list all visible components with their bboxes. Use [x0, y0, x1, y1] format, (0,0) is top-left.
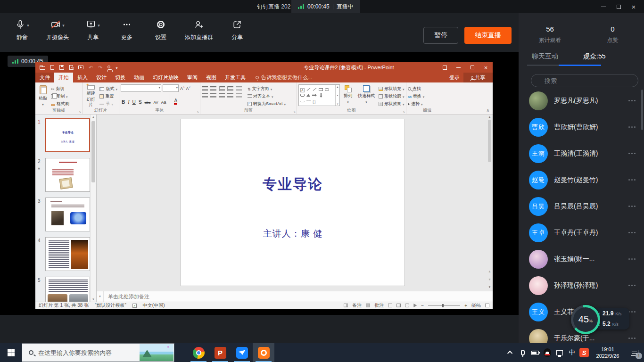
taskbar-search-input[interactable] [38, 349, 128, 356]
shape-effects-button[interactable]: 形状效果 [379, 101, 405, 107]
font-name-combobox[interactable] [121, 84, 161, 92]
replace-button[interactable]: 替换 [408, 93, 424, 99]
line-spacing-icon[interactable] [236, 86, 242, 91]
cpu-usage-gauge[interactable]: 45 % [571, 305, 600, 334]
zoom-percentage[interactable]: 69% [471, 303, 481, 308]
save-icon[interactable] [59, 65, 64, 70]
slide-sorter-view-icon[interactable] [396, 304, 401, 307]
section-button[interactable]: 节 [99, 101, 117, 107]
slide-thumbnail-1[interactable]: 专业导论 主讲人: 康 健 [45, 118, 90, 152]
notes-placeholder[interactable]: 单击此处添加备注 [104, 293, 149, 300]
grow-font-button[interactable]: A [180, 86, 185, 91]
dialog-launcher-icon[interactable] [293, 110, 296, 114]
numbering-icon[interactable] [210, 86, 216, 91]
cut-button[interactable]: 剪切 [51, 86, 69, 92]
language-indicator[interactable]: 中文(中国) [143, 302, 165, 309]
ime-indicator[interactable]: 中 [566, 343, 578, 362]
viewer-more-button[interactable] [628, 232, 636, 233]
slide-title-text[interactable]: 专业导论 [181, 175, 405, 194]
new-slide-button[interactable]: 新建 幻灯片 [84, 84, 98, 108]
font-color-button[interactable]: A [174, 99, 177, 105]
more-button[interactable]: 更多 [117, 19, 137, 41]
font-size-combobox[interactable] [163, 84, 179, 92]
settings-button[interactable]: 设置 [151, 19, 171, 41]
down-arrow-shape-icon[interactable] [320, 93, 322, 98]
copy-button[interactable]: 复制 [51, 93, 69, 99]
bold-button[interactable]: B [122, 99, 125, 105]
next-slide-button[interactable] [488, 276, 490, 281]
tab-design[interactable]: 设计 [92, 73, 111, 82]
chevron-down-icon[interactable] [98, 20, 100, 29]
decrease-indent-icon[interactable] [219, 86, 225, 91]
slide-thumbnail-3[interactable] [45, 197, 90, 231]
qat-dropdown-icon[interactable] [116, 65, 117, 70]
share-screen-button[interactable]: 共享 [83, 19, 103, 41]
slide-scrollbar[interactable] [487, 115, 492, 290]
change-case-button[interactable]: Aa [161, 100, 166, 105]
zoom-slider-thumb[interactable] [442, 304, 444, 307]
shrink-font-button[interactable]: A [186, 86, 191, 91]
ppt-restore-button[interactable] [465, 62, 479, 73]
brace-shape-icon[interactable] [313, 98, 316, 104]
columns-icon[interactable] [236, 93, 242, 98]
thumbnail-scrollbar-thumb[interactable] [91, 121, 95, 182]
textbox-shape-icon[interactable] [300, 87, 305, 92]
shape-outline-button[interactable]: 形状轮廓 [379, 93, 405, 99]
minimize-button[interactable] [596, 0, 611, 13]
previous-slide-button[interactable] [488, 268, 490, 274]
chrome-taskbar-icon[interactable] [188, 343, 209, 362]
viewer-more-button[interactable] [628, 153, 636, 154]
align-text-button[interactable]: 对齐文本 [248, 93, 286, 99]
dialog-launcher-icon[interactable] [402, 110, 405, 114]
ppt-share-button[interactable]: 共享 [463, 73, 493, 82]
increase-indent-icon[interactable] [227, 86, 233, 91]
start-button[interactable] [0, 343, 22, 362]
end-live-button[interactable]: 结束直播 [464, 27, 512, 44]
shapes-gallery[interactable]: ▲▼⊽ [298, 84, 340, 106]
sign-in-button[interactable]: 登录 [449, 73, 460, 82]
tab-animations[interactable]: 动画 [130, 73, 149, 82]
shapes-scrollbar[interactable]: ▲▼⊽ [335, 85, 339, 106]
collapse-ribbon-button[interactable] [486, 108, 489, 113]
slide-thumbnail-2[interactable] [45, 158, 90, 192]
undo-icon[interactable] [89, 65, 93, 71]
maximize-button[interactable] [611, 0, 626, 13]
action-center-button[interactable]: 1 [625, 343, 644, 362]
rounded-rect-icon[interactable] [300, 94, 305, 97]
notes-collapse-button[interactable] [97, 291, 104, 302]
shadow-button[interactable]: S [139, 99, 142, 105]
tab-slideshow[interactable]: 幻灯片放映 [149, 73, 183, 82]
zoom-slider[interactable] [428, 305, 460, 306]
viewer-row[interactable]: 罗思凡(罗思凡) [519, 88, 644, 114]
quick-styles-button[interactable]: 快速样式 [356, 84, 377, 108]
viewer-more-button[interactable] [628, 311, 636, 313]
viewer-row[interactable]: 曹欣 曹欣妍(曹欣妍) [519, 114, 644, 140]
slideshow-icon[interactable] [78, 66, 83, 69]
ribbon-display-options-button[interactable] [438, 62, 452, 73]
character-spacing-button[interactable]: AV [153, 100, 158, 105]
taskbar-search[interactable] [22, 343, 174, 362]
scroll-up-icon[interactable] [488, 115, 491, 118]
tray-qq[interactable] [541, 343, 553, 362]
arrow-shape-icon[interactable] [312, 94, 317, 97]
format-painter-button[interactable]: 格式刷 [51, 101, 69, 107]
viewer-row[interactable]: 孙泽瑶(孙泽瑶) [519, 272, 644, 299]
share-button[interactable]: 分享 [227, 19, 247, 41]
underline-button[interactable]: U [132, 99, 136, 105]
bullets-icon[interactable] [202, 86, 208, 91]
close-button[interactable] [626, 0, 641, 13]
justify-icon[interactable] [227, 93, 233, 98]
curve-shape-icon[interactable] [300, 100, 305, 102]
viewer-more-button[interactable] [628, 100, 636, 101]
viewer-more-button[interactable] [628, 206, 636, 207]
redo-icon[interactable] [98, 65, 102, 71]
fit-slide-to-window-icon[interactable] [485, 304, 489, 307]
taskbar-clock[interactable]: 19:01 2022/9/26 [590, 346, 625, 359]
text-direction-button[interactable]: 文字方向 [248, 86, 286, 92]
tab-insert[interactable]: 插入 [73, 73, 92, 82]
tab-chat[interactable]: 聊天互动 [532, 52, 558, 61]
viewer-more-button[interactable] [628, 337, 636, 339]
scroll-down-icon[interactable] [488, 283, 491, 289]
viewer-search-input[interactable] [531, 74, 638, 87]
triangle-shape-icon[interactable] [306, 94, 310, 97]
